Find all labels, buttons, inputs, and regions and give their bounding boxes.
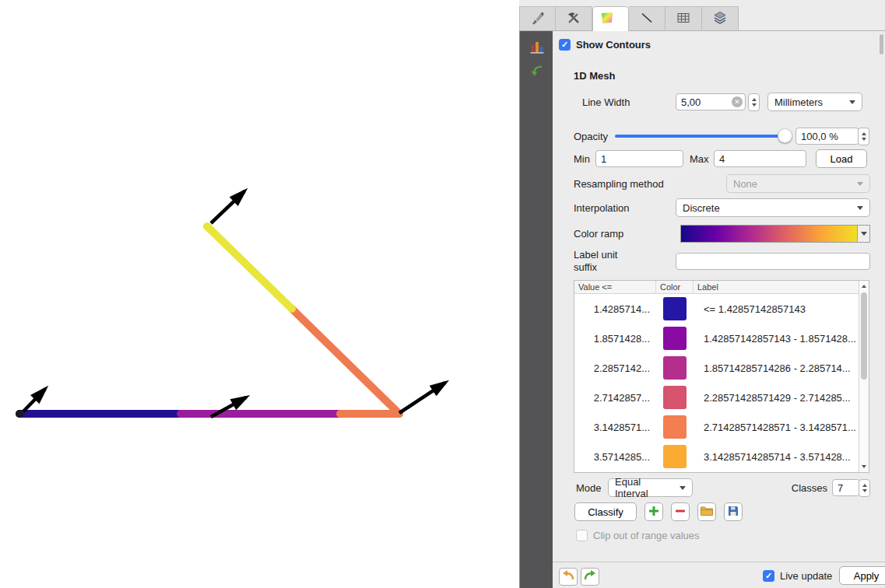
classes-stepper[interactable] xyxy=(859,479,870,497)
redo-button[interactable] xyxy=(581,568,599,586)
interpolation-select[interactable]: Discrete xyxy=(676,198,870,217)
table-row[interactable]: 3.5714285...3.14285714285714 - 3.571428.… xyxy=(574,442,859,471)
panel-bottom-bar: Live update Apply xyxy=(553,562,885,588)
value-column-header[interactable]: Value <= xyxy=(574,281,656,293)
resampling-row: Resampling method None xyxy=(574,174,870,193)
chevron-down-icon xyxy=(861,232,867,236)
color-cell[interactable] xyxy=(656,356,694,380)
color-cell[interactable] xyxy=(656,415,694,439)
show-contours-checkbox[interactable] xyxy=(559,39,571,51)
opacity-slider[interactable] xyxy=(615,128,791,144)
opacity-stepper[interactable] xyxy=(858,128,869,145)
clear-icon[interactable] xyxy=(732,96,743,107)
show-contours-label: Show Contours xyxy=(576,39,651,51)
table-row[interactable]: 2.7142857...2.28571428571429 - 2.714285.… xyxy=(574,383,859,412)
opacity-slider-thumb[interactable] xyxy=(778,128,792,143)
live-update-label: Live update xyxy=(780,570,832,582)
value-cell[interactable]: 2.7142857... xyxy=(574,392,656,404)
max-label: Max xyxy=(690,153,714,165)
group-title: 1D Mesh xyxy=(574,70,615,82)
table-header: Value <= Color Label xyxy=(574,281,869,294)
undo-icon xyxy=(561,569,575,584)
tab-vectors[interactable] xyxy=(629,6,666,30)
mode-select[interactable]: Equal Interval xyxy=(608,478,693,497)
color-cell[interactable] xyxy=(656,327,694,350)
label-cell[interactable]: 3.14285714285714 - 3.571428... xyxy=(694,451,859,463)
label-cell[interactable]: 2.28571428571429 - 2.714285... xyxy=(694,392,859,404)
color-swatch[interactable] xyxy=(663,415,687,439)
label-unit-suffix-input[interactable] xyxy=(676,253,870,270)
tools-icon xyxy=(566,10,581,28)
mesh-segment xyxy=(207,226,292,309)
min-input[interactable] xyxy=(595,150,683,167)
classify-row: Classify xyxy=(574,502,743,521)
label-cell[interactable]: 2.71428571428571 - 3.1428571... xyxy=(694,422,859,433)
color-swatch[interactable] xyxy=(663,445,687,468)
tab-3d[interactable] xyxy=(702,6,739,30)
opacity-row: Opacity xyxy=(574,126,869,146)
add-class-button[interactable] xyxy=(644,502,663,521)
line-width-unit-select[interactable]: Millimeters xyxy=(767,93,862,111)
color-cell[interactable] xyxy=(656,445,694,468)
color-ramp-button[interactable] xyxy=(680,225,870,243)
grid-icon xyxy=(676,10,691,28)
table-row[interactable]: 3.1428571...2.71428571428571 - 3.1428571… xyxy=(574,412,859,442)
tab-contours[interactable] xyxy=(592,6,629,31)
table-row[interactable]: 2.2857142...1.85714285714286 - 2.285714.… xyxy=(574,353,859,383)
save-icon xyxy=(727,505,739,520)
value-cell[interactable]: 3.1428571... xyxy=(574,422,656,433)
color-column-header[interactable]: Color xyxy=(656,281,694,293)
resampling-label: Resampling method xyxy=(574,178,726,190)
label-cell[interactable]: 1.42857142857143 - 1.8571428... xyxy=(694,333,859,345)
color-ramp-row: Color ramp xyxy=(574,224,870,243)
color-ramp-dropdown[interactable] xyxy=(857,226,869,242)
mode-label: Mode xyxy=(576,482,608,494)
scroll-up-icon[interactable] xyxy=(862,285,866,288)
color-swatch[interactable] xyxy=(663,356,687,380)
table-row[interactable]: 1.4285714...<= 1.42857142857143 xyxy=(574,294,859,324)
apply-button[interactable]: Apply xyxy=(839,566,885,585)
value-cell[interactable]: 1.8571428... xyxy=(574,333,656,345)
table-row[interactable]: 1.8571428...1.42857142857143 - 1.8571428… xyxy=(574,324,859,353)
paintbrush-icon xyxy=(530,10,546,28)
style-panel: Show Contours 1D Mesh Line Width Millime… xyxy=(553,31,885,562)
tab-rendering[interactable] xyxy=(666,6,702,30)
max-input[interactable] xyxy=(714,150,806,167)
classify-button[interactable]: Classify xyxy=(574,502,637,521)
scrollbar-thumb[interactable] xyxy=(861,292,867,380)
color-swatch[interactable] xyxy=(663,386,687,409)
tab-general-settings[interactable] xyxy=(556,6,592,30)
save-style-button[interactable] xyxy=(724,502,743,521)
label-cell[interactable]: 1.85714285714286 - 2.285714... xyxy=(694,362,859,374)
undo-button[interactable] xyxy=(559,568,578,586)
load-style-button[interactable] xyxy=(697,502,716,521)
diagonal-line-icon xyxy=(639,10,655,28)
color-swatch[interactable] xyxy=(663,327,687,350)
line-width-stepper[interactable] xyxy=(748,93,760,111)
opacity-value-input[interactable] xyxy=(795,128,859,145)
color-cell[interactable] xyxy=(656,386,694,409)
vector-arrow xyxy=(211,191,244,223)
panel-scrollbar-thumb[interactable] xyxy=(880,34,883,54)
label-cell[interactable]: <= 1.42857142857143 xyxy=(694,303,859,315)
value-cell[interactable]: 2.2857142... xyxy=(574,362,656,374)
interpolation-row: Interpolation Discrete xyxy=(574,198,870,217)
map-canvas[interactable] xyxy=(0,0,518,588)
tab-symbology[interactable] xyxy=(519,6,556,30)
symbology-chart-icon[interactable] xyxy=(526,36,547,57)
label-column-header[interactable]: Label xyxy=(694,281,869,293)
color-cell[interactable] xyxy=(656,297,694,320)
live-update-checkbox[interactable] xyxy=(763,570,774,582)
color-swatch[interactable] xyxy=(663,297,687,320)
scroll-down-icon[interactable] xyxy=(862,465,866,468)
history-arrow-icon[interactable] xyxy=(526,61,547,82)
value-cell[interactable]: 3.5714285... xyxy=(574,451,656,463)
load-button[interactable]: Load xyxy=(816,149,867,168)
clip-row: Clip out of range values xyxy=(576,530,700,541)
table-scrollbar[interactable] xyxy=(859,281,869,472)
unit-value: Millimeters xyxy=(774,96,823,108)
value-cell[interactable]: 1.4285714... xyxy=(574,303,656,315)
classes-input[interactable] xyxy=(832,479,860,496)
remove-class-button[interactable] xyxy=(671,502,690,521)
classes-table: Value <= Color Label 1.4285714...<= 1.42… xyxy=(574,280,869,473)
